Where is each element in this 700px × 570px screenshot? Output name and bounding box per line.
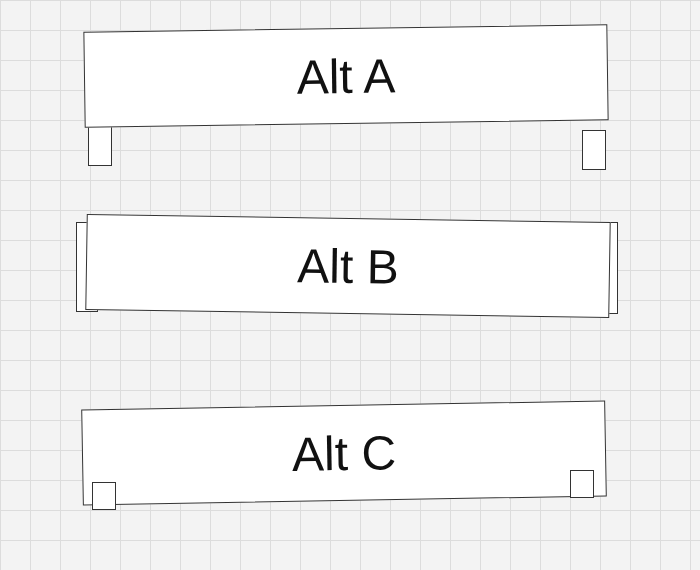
alt-a-tab-left[interactable] [88,126,112,166]
alt-b-panel[interactable]: Alt B [85,214,610,318]
drawing-canvas[interactable]: Alt A Alt B Alt C [0,0,700,570]
alt-c-tab-right[interactable] [570,470,594,498]
alt-a-tab-right[interactable] [582,130,606,170]
alt-c-label: Alt C [292,425,397,482]
alt-a-label: Alt A [296,48,395,104]
alt-a-panel[interactable]: Alt A [83,24,608,127]
alt-b-label: Alt B [297,238,399,295]
alt-c-tab-left[interactable] [92,482,116,510]
alt-c-panel[interactable]: Alt C [81,400,607,505]
